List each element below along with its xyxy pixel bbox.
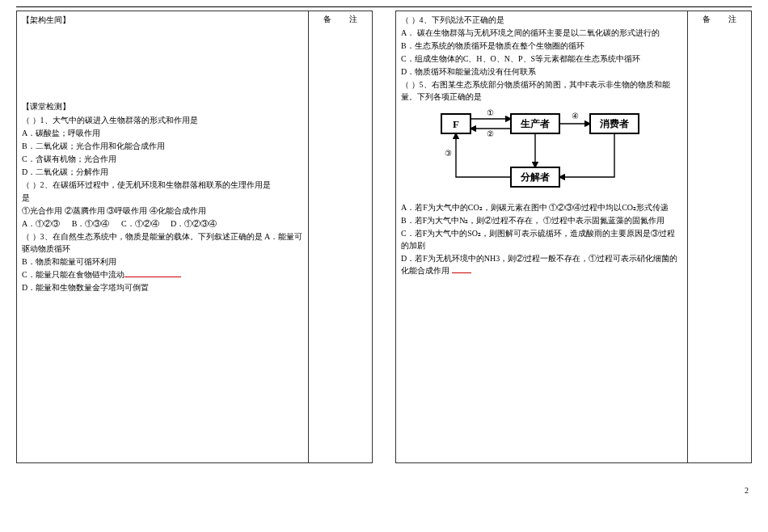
right-column: （ ）4、下列说法不正确的是 A． 碳在生物群落与无机环境之间的循环主要是以二氧… <box>395 11 752 463</box>
q1-d: D．二氧化碳；分解作用 <box>22 166 303 178</box>
diagram-consumer: 消费者 <box>599 118 629 129</box>
q2-opts: ①光合作用 ②蒸腾作用 ③呼吸作用 ④化能合成作用 <box>22 205 303 217</box>
q4-b: B．生态系统的物质循环是物质在整个生物圈的循环 <box>401 40 682 52</box>
q3-d: D．能量和生物数量金字塔均可倒置 <box>22 281 303 293</box>
page-number: 2 <box>745 486 749 495</box>
q2-c: C．①②④ <box>121 219 159 228</box>
diagram-f: F <box>453 118 459 130</box>
left-main: 【架构生间】 【课堂检测】 （ ）1、大气中的碳进入生物群落的形式和作用是 A．… <box>17 11 309 462</box>
q3-c-text: C．能量只能在食物链中流动 <box>22 270 124 279</box>
q4-a: A． 碳在生物群落与无机环境之间的循环主要是以二氧化碳的形式进行的 <box>401 27 682 39</box>
q1-c: C．含碳有机物；光合作用 <box>22 153 303 165</box>
q2-stem-tail: 是 <box>22 192 303 204</box>
spacer <box>22 27 303 100</box>
q1-a: A．碳酸盐；呼吸作用 <box>22 127 303 139</box>
diagram-producer: 生产者 <box>520 118 550 129</box>
q4-d: D．物质循环和能量流动没有任何联系 <box>401 65 682 78</box>
right-main: （ ）4、下列说法不正确的是 A． 碳在生物群落与无机环境之间的循环主要是以二氧… <box>396 11 688 462</box>
diagram-decomposer: 分解者 <box>520 171 550 183</box>
q1-stem: （ ）1、大气中的碳进入生物群落的形式和作用是 <box>22 114 303 126</box>
top-rule <box>16 6 752 7</box>
cycle-diagram: F 生产者 消费者 分解者 ① <box>437 108 647 196</box>
q3-stem: （ ）3、在自然生态系统中，物质是能量的载体。下列叙述正确的是 A．能量可驱动物… <box>22 230 303 255</box>
q4-stem: （ ）4、下列说法不正确的是 <box>401 14 682 26</box>
q5-d-text: D．若F为无机环境中的NH3，则②过程一般不存在，①过程可表示硝化细菌的化能合成… <box>401 254 677 275</box>
notes-label-right: 备 注 <box>693 14 746 25</box>
q5-c: C．若F为大气中的SO₂，则图解可表示硫循环，造成酸雨的主要原因是③过程的加剧 <box>401 227 682 251</box>
q1-b: B．二氧化碳；光合作用和化能合成作用 <box>22 140 303 152</box>
right-notes: 备 注 <box>688 11 751 462</box>
q2-b: B．①③④ <box>72 219 110 228</box>
q2-stem: （ ）2、在碳循环过程中，使无机环境和生物群落相联系的生理作用是 <box>22 179 303 191</box>
q2-choices: A．①②③ B．①③④ C．①②④ D．①②③④ <box>22 217 303 230</box>
left-notes: 备 注 <box>309 11 372 462</box>
diagram-l2: ② <box>487 129 494 138</box>
underline-mark-2 <box>452 272 471 273</box>
q2-a: A．①②③ <box>22 219 60 228</box>
section-head-2: 【课堂检测】 <box>22 100 303 112</box>
q5-d: D．若F为无机环境中的NH3，则②过程一般不存在，①过程可表示硝化细菌的化能合成… <box>401 252 682 277</box>
q3-c: C．能量只能在食物链中流动 <box>22 268 303 281</box>
diagram-l4: ④ <box>572 112 579 120</box>
left-column: 【架构生间】 【课堂检测】 （ ）1、大气中的碳进入生物群落的形式和作用是 A．… <box>16 11 373 463</box>
page-columns: 【架构生间】 【课堂检测】 （ ）1、大气中的碳进入生物群落的形式和作用是 A．… <box>16 11 752 463</box>
q2-d: D．①②③④ <box>171 219 217 228</box>
q5-intro: （ ）5、右图某生态系统部分物质循环的简图，其中F表示非生物的物质和能量。下列各… <box>401 78 682 103</box>
q5-b: B．若F为大气中N₂，则②过程不存在， ①过程中表示固氮蓝藻的固氮作用 <box>401 214 682 226</box>
diagram-l3: ③ <box>445 149 452 158</box>
q5-a: A．若F为大气中的CO₂，则碳元素在图中 ①②③④过程中均以CO₂形式传递 <box>401 201 682 213</box>
section-head-1: 【架构生间】 <box>22 14 303 26</box>
diagram-l1: ① <box>487 108 494 117</box>
notes-label-left: 备 注 <box>314 14 367 25</box>
q4-c: C．组成生物体的C、H、O、N、P、S等元素都能在生态系统中循环 <box>401 53 682 65</box>
q3-b: B．物质和能量可循环利用 <box>22 255 303 268</box>
underline-mark <box>124 277 181 277</box>
